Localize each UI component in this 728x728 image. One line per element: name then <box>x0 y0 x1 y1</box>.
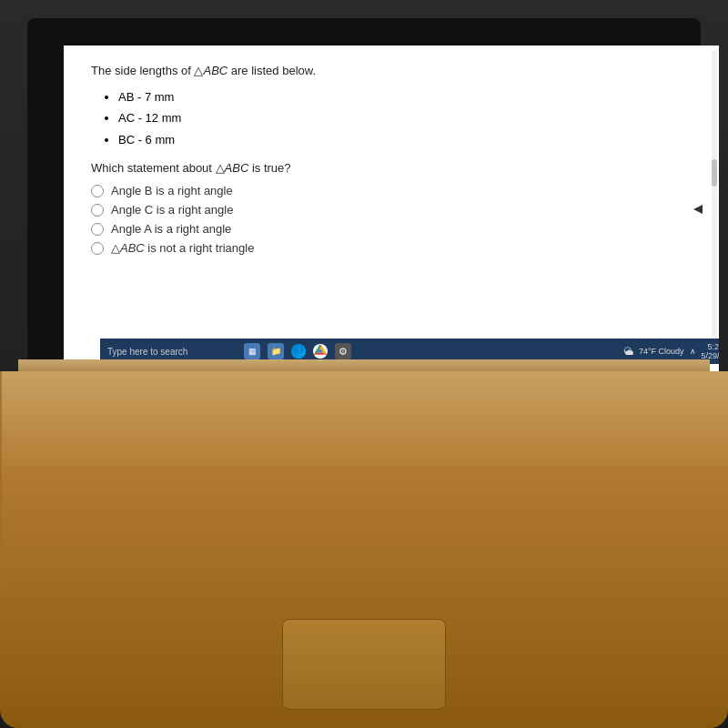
scroll-thumb[interactable] <box>712 159 717 187</box>
radio-circle-c[interactable] <box>91 204 104 217</box>
taskbar-icons: ▦ 📁 ⚙ <box>244 343 351 359</box>
task-icon-grid[interactable]: ▦ <box>244 343 260 359</box>
option-angle-c[interactable]: Angle C is a right angle <box>91 203 692 217</box>
screen-display: The side lengths of △ABC are listed belo… <box>64 46 719 373</box>
radio-circle-not[interactable] <box>91 242 104 255</box>
grille-dot <box>0 587 2 590</box>
question-title: The side lengths of △ABC are listed belo… <box>91 64 692 77</box>
taskbar-search-text[interactable]: Type here to search <box>107 347 226 357</box>
option-angle-a-label: Angle A is a right angle <box>111 222 231 236</box>
touchpad[interactable] <box>282 619 446 710</box>
bullet-ac: AC - 12 mm <box>118 107 692 128</box>
task-icon-folder[interactable]: 📁 <box>268 343 284 359</box>
taskbar-right: 🌥 74°F Cloudy ∧ 5:24 AM 5/29/2022 □ <box>623 342 719 360</box>
option-angle-b-label: Angle B is a right angle <box>111 184 233 197</box>
option-angle-b[interactable]: Angle B is a right angle <box>91 184 692 197</box>
which-statement: Which statement about △ABC is true? <box>91 161 692 175</box>
scroll-bar[interactable] <box>712 50 717 359</box>
option-not-right-label: △ABC is not a right triangle <box>111 241 254 255</box>
time-block: 5:24 AM 5/29/2022 <box>702 342 719 360</box>
time-display: 5:24 AM <box>702 342 719 351</box>
option-angle-c-label: Angle C is a right angle <box>111 203 233 217</box>
option-not-right[interactable]: △ABC is not a right triangle <box>91 241 692 255</box>
weather-icon: 🌥 <box>623 346 633 357</box>
screen-content: The side lengths of △ABC are listed belo… <box>64 46 719 278</box>
cursor-arrow <box>693 205 703 214</box>
bullet-bc: BC - 6 mm <box>118 129 692 150</box>
radio-circle-a[interactable] <box>91 223 104 236</box>
task-icon-edge[interactable] <box>291 344 306 359</box>
laptop-outer: The side lengths of △ABC are listed belo… <box>0 0 728 728</box>
taskbar-arrow-up: ∧ <box>690 347 696 356</box>
bullet-ab: AB - 7 mm <box>118 86 692 107</box>
option-angle-a[interactable]: Angle A is a right angle <box>91 222 692 236</box>
task-icon-gear[interactable]: ⚙ <box>335 343 351 359</box>
screen-bezel: The side lengths of △ABC are listed belo… <box>27 18 701 364</box>
task-icon-chrome[interactable] <box>313 344 328 359</box>
keyboard-base: // Generate grille dots for(let i=0;i<80… <box>0 371 728 728</box>
radio-circle-b[interactable] <box>91 185 104 197</box>
weather-text: 74°F Cloudy <box>639 347 684 356</box>
bullet-list: AB - 7 mm AC - 12 mm BC - 6 mm <box>118 86 692 150</box>
